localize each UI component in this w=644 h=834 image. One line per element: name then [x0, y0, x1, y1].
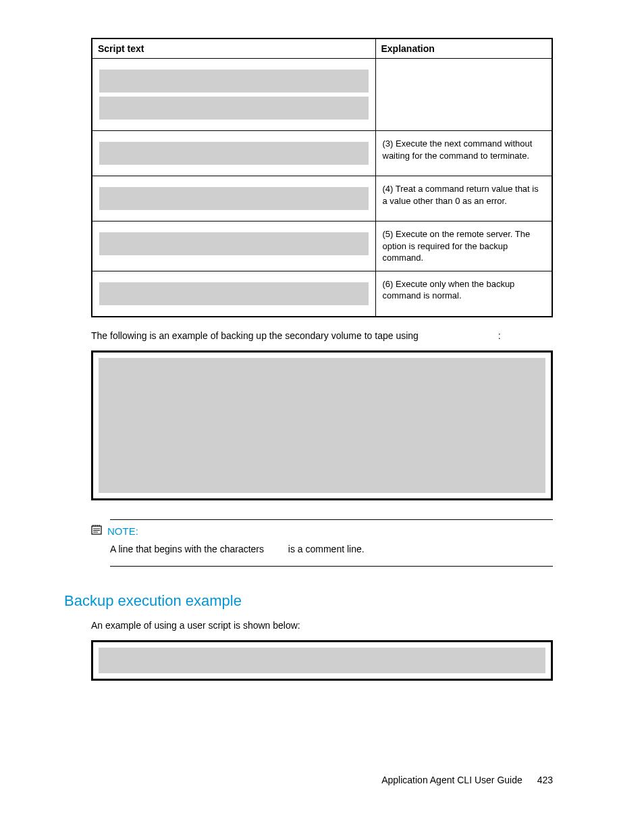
- footer-page-number: 423: [537, 775, 553, 785]
- note-block: NOTE: A line that begins with the charac…: [110, 519, 553, 567]
- script-code-block: [99, 187, 369, 210]
- note-body-text: is a comment line.: [288, 544, 365, 554]
- note-body: A line that begins with the characters i…: [110, 543, 553, 556]
- script-code-block: [99, 282, 369, 305]
- script-code-block: [99, 232, 369, 255]
- table-row: (5) Execute on the remote server. The op…: [92, 221, 552, 271]
- code-example-box: [91, 640, 553, 681]
- code-block: [99, 648, 545, 673]
- table-header-script: Script text: [92, 38, 375, 59]
- table-row: [92, 59, 552, 131]
- table-row: (3) Execute the next command without wai…: [92, 131, 552, 176]
- note-label: NOTE:: [107, 525, 138, 537]
- script-code-block: [99, 97, 369, 120]
- paragraph-text: The following is an example of backing u…: [91, 330, 419, 341]
- table-cell-explanation: [375, 59, 552, 131]
- footer-title: Application Agent CLI User Guide: [381, 775, 522, 785]
- paragraph-colon: :: [498, 330, 501, 341]
- table-row: (6) Execute only when the backup command…: [92, 271, 552, 317]
- table-header-explanation: Explanation: [375, 38, 552, 59]
- page-footer: Application Agent CLI User Guide 423: [381, 775, 553, 785]
- note-icon: [91, 524, 103, 538]
- table-row: (4) Treat a command return value that is…: [92, 176, 552, 221]
- section-intro-paragraph: An example of using a user script is sho…: [91, 619, 553, 633]
- table-cell-explanation: (6) Execute only when the backup command…: [375, 271, 552, 317]
- table-cell-explanation: (3) Execute the next command without wai…: [375, 131, 552, 176]
- table-cell-explanation: (5) Execute on the remote server. The op…: [375, 221, 552, 271]
- document-page: Script text Explanation (3) Execute the …: [0, 0, 644, 681]
- svg-rect-0: [92, 526, 101, 534]
- script-explanation-table: Script text Explanation (3) Execute the …: [91, 38, 553, 317]
- code-block: [99, 358, 545, 493]
- note-body-text: A line that begins with the characters: [110, 544, 264, 554]
- section-heading-backup-execution-example: Backup execution example: [64, 592, 553, 610]
- script-code-block: [99, 142, 369, 165]
- code-example-box: [91, 350, 553, 500]
- script-code-block: [99, 70, 369, 93]
- paragraph-tape-backup: The following is an example of backing u…: [91, 330, 553, 343]
- table-cell-explanation: (4) Treat a command return value that is…: [375, 176, 552, 221]
